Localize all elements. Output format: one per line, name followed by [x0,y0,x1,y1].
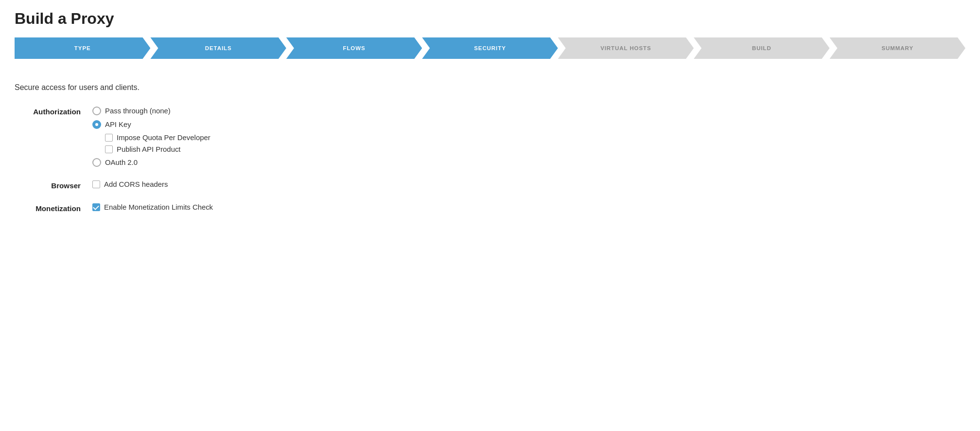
checkbox-impose-quota-input[interactable] [105,134,113,142]
page-title: Build a Proxy [15,10,965,28]
checkbox-enable-monetization-label: Enable Monetization Limits Check [104,203,213,211]
step-security[interactable]: SECURITY [422,37,558,59]
monetization-section: Monetization Enable Monetization Limits … [15,203,965,213]
checkbox-impose-quota[interactable]: Impose Quota Per Developer [105,134,210,142]
radio-oauth2-label: OAuth 2.0 [105,159,138,166]
radio-oauth2-input[interactable] [92,158,101,167]
browser-section: Browser Add CORS headers [15,180,965,190]
authorization-controls: Pass through (none) API Key Impose Quota… [92,107,210,167]
checkbox-enable-monetization-input[interactable] [92,203,100,211]
step-details[interactable]: DETAILS [150,37,286,59]
checkbox-add-cors[interactable]: Add CORS headers [92,180,168,188]
step-flows-label: FLOWS [343,45,365,51]
step-flows[interactable]: FLOWS [286,37,422,59]
browser-label: Browser [15,180,92,190]
radio-pass-through-input[interactable] [92,107,101,115]
checkbox-add-cors-label: Add CORS headers [104,180,168,188]
checkbox-publish-api-product-label: Publish API Product [117,145,180,153]
step-security-label: SECURITY [474,45,506,51]
step-summary[interactable]: SUMMARY [830,37,965,59]
step-virtual-hosts[interactable]: VIRTUAL HOSTS [558,37,694,59]
radio-pass-through[interactable]: Pass through (none) [92,107,210,115]
step-type[interactable]: TYPE [15,37,150,59]
step-build-label: BUILD [752,45,771,51]
checkbox-add-cors-input[interactable] [92,180,100,188]
checkbox-enable-monetization[interactable]: Enable Monetization Limits Check [92,203,213,211]
subtitle: Secure access for users and clients. [15,83,965,92]
checkbox-publish-api-product[interactable]: Publish API Product [105,145,210,153]
content-area: Secure access for users and clients. Aut… [15,78,965,213]
browser-controls: Add CORS headers [92,180,168,188]
authorization-section: Authorization Pass through (none) API Ke… [15,107,965,167]
checkbox-publish-api-product-input[interactable] [105,145,113,153]
radio-pass-through-label: Pass through (none) [105,107,171,115]
step-details-label: DETAILS [205,45,232,51]
authorization-label: Authorization [15,107,92,116]
checkbox-impose-quota-label: Impose Quota Per Developer [117,134,210,142]
step-summary-label: SUMMARY [881,45,913,51]
stepper: TYPE DETAILS FLOWS SECURITY VIRTUAL HOST… [15,37,965,59]
step-type-label: TYPE [74,45,91,51]
radio-api-key-input[interactable] [92,120,101,129]
radio-api-key[interactable]: API Key [92,120,210,129]
step-virtual-hosts-label: VIRTUAL HOSTS [600,45,651,51]
radio-oauth2[interactable]: OAuth 2.0 [92,158,210,167]
api-key-sub-options: Impose Quota Per Developer Publish API P… [105,134,210,153]
monetization-controls: Enable Monetization Limits Check [92,203,213,211]
radio-api-key-label: API Key [105,121,131,128]
step-build[interactable]: BUILD [694,37,829,59]
monetization-label: Monetization [15,203,92,213]
